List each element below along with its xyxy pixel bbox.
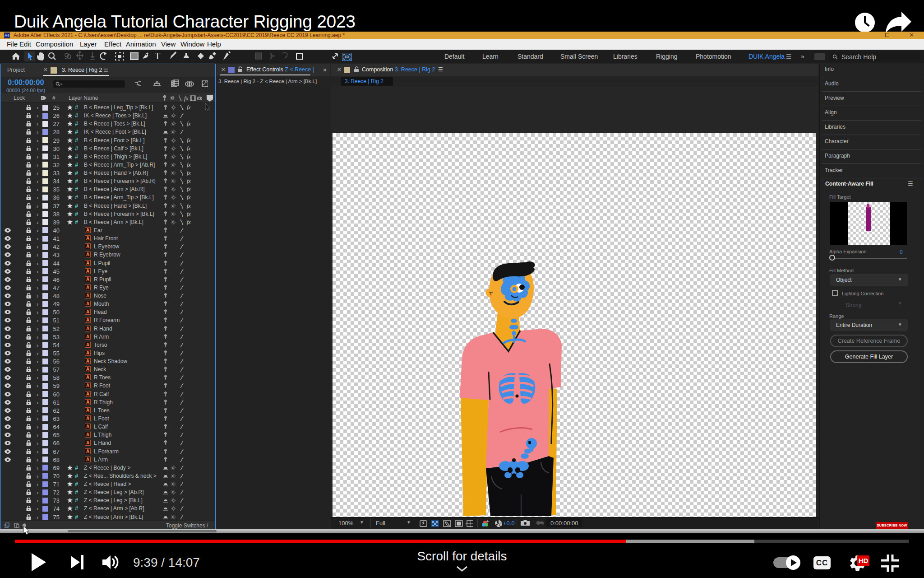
svg-text:fx: fx (187, 170, 191, 176)
svg-text:fx: fx (187, 219, 191, 225)
svg-text:fx: fx (184, 95, 189, 102)
svg-text:fx: fx (187, 195, 191, 200)
svg-text:fx: fx (187, 138, 191, 143)
svg-text:fx: fx (187, 121, 191, 126)
svg-text:fx: fx (187, 162, 191, 168)
svg-text:T: T (155, 51, 160, 61)
svg-text:fx: fx (187, 146, 191, 151)
svg-text:fx: fx (187, 178, 191, 184)
svg-text:fx: fx (187, 186, 191, 192)
svg-text:fx: fx (187, 105, 191, 110)
svg-text:fx: fx (187, 203, 191, 209)
svg-text:fx: fx (187, 211, 191, 217)
svg-text:fx: fx (187, 154, 191, 159)
